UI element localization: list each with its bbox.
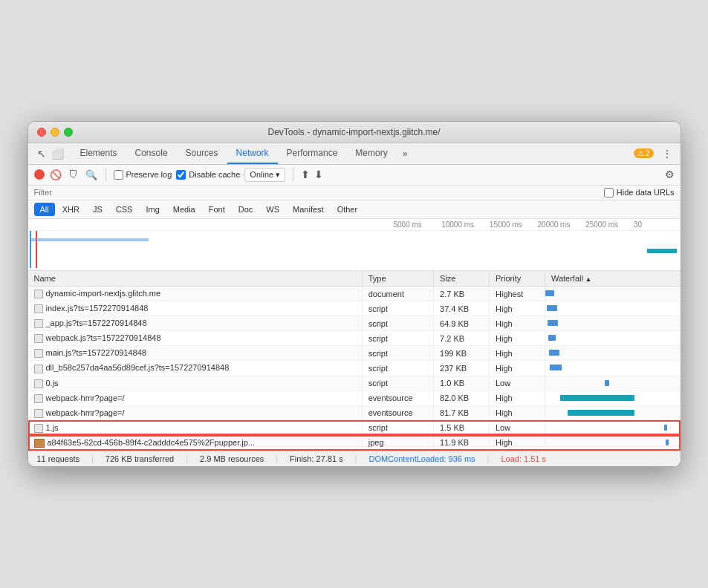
- table-row[interactable]: main.js?ts=1572270914848script199 KBHigh: [28, 346, 681, 361]
- cursor-icon[interactable]: ↖: [34, 146, 49, 161]
- table-row[interactable]: webpack-hmr?page=/eventsource82.0 KBHigh: [28, 391, 681, 405]
- minimize-button[interactable]: [51, 128, 59, 137]
- tab-sources[interactable]: Sources: [177, 143, 227, 164]
- table-row[interactable]: 1.jsscript1.5 KBLow: [28, 420, 681, 435]
- row-size: 37.4 KB: [434, 301, 490, 316]
- row-name: 1.js: [46, 423, 59, 432]
- tab-console[interactable]: Console: [126, 143, 177, 164]
- table-row[interactable]: dll_b58c257da4aa56d89cef.js?ts=157227091…: [28, 361, 681, 376]
- dom-content-loaded: DOMContentLoaded: 936 ms: [369, 454, 475, 463]
- col-header-waterfall[interactable]: Waterfall: [545, 271, 680, 287]
- type-filter-ws[interactable]: WS: [260, 203, 285, 216]
- row-waterfall: [545, 435, 680, 450]
- upload-icon[interactable]: ⬆: [301, 169, 310, 180]
- timeline-red-marker: [36, 231, 37, 268]
- table-row[interactable]: webpack.js?ts=1572270914848script7.2 KBH…: [28, 331, 681, 346]
- waterfall-bar: [547, 305, 557, 311]
- hide-data-urls-label[interactable]: Hide data URLs: [604, 188, 675, 197]
- inspect-icon[interactable]: ⬜: [51, 146, 65, 161]
- ruler-mark: 20000 ms: [536, 220, 585, 229]
- table-row[interactable]: a84f63e5-62cd-456b-89f4-c2adddc4e575%2Fp…: [28, 435, 681, 450]
- disable-cache-label[interactable]: Disable cache: [176, 170, 240, 180]
- table-row[interactable]: webpack-hmr?page=/eventsource81.7 KBHigh: [28, 405, 681, 420]
- timeline-ruler: 5000 ms10000 ms15000 ms20000 ms25000 ms3…: [28, 219, 681, 231]
- more-options-icon[interactable]: ⋮: [660, 146, 675, 161]
- warning-badge[interactable]: ⚠ 2: [634, 148, 654, 158]
- tab-performance[interactable]: Performance: [278, 143, 347, 164]
- status-bar: 11 requests | 726 KB transferred | 2.9 M…: [28, 451, 681, 466]
- file-icon: [34, 379, 43, 388]
- col-header-size[interactable]: Size: [434, 271, 490, 287]
- tab-elements[interactable]: Elements: [71, 143, 126, 164]
- tab-network[interactable]: Network: [227, 143, 278, 164]
- table-header: Name Type Size Priority Waterfall: [28, 271, 681, 287]
- type-filter-js[interactable]: JS: [87, 203, 108, 216]
- row-waterfall: [545, 361, 680, 376]
- row-waterfall: [545, 316, 680, 331]
- nav-tab-end: ⚠ 2 ⋮: [634, 146, 675, 161]
- filter-icon[interactable]: ⛉: [67, 168, 80, 181]
- col-header-type[interactable]: Type: [362, 271, 433, 287]
- row-size: 2.7 KB: [434, 286, 490, 301]
- waterfall-bar: [549, 350, 559, 356]
- row-priority: Low: [490, 376, 545, 391]
- table-row[interactable]: dynamic-import-nextjs.glitch.medocument2…: [28, 286, 681, 301]
- type-filter-doc[interactable]: Doc: [233, 203, 259, 216]
- table-row[interactable]: index.js?ts=1572270914848script37.4 KBHi…: [28, 301, 681, 316]
- row-name: main.js?ts=1572270914848: [46, 348, 146, 357]
- clear-button[interactable]: 🚫: [49, 168, 62, 181]
- row-name: webpack-hmr?page=/: [46, 408, 125, 417]
- waterfall-bar: [664, 425, 667, 431]
- row-type: script: [362, 331, 433, 346]
- maximize-button[interactable]: [64, 128, 73, 137]
- type-filter-xhr[interactable]: XHR: [56, 203, 85, 216]
- settings-icon[interactable]: ⚙: [665, 169, 675, 180]
- row-size: 11.9 KB: [434, 435, 490, 450]
- type-filter-font[interactable]: Font: [203, 203, 231, 216]
- type-filter-other[interactable]: Other: [331, 203, 364, 216]
- col-header-name[interactable]: Name: [28, 271, 363, 287]
- hide-data-urls-text: Hide data URLs: [617, 188, 675, 197]
- close-button[interactable]: [37, 128, 46, 137]
- waterfall-bar: [666, 440, 669, 445]
- col-header-priority[interactable]: Priority: [490, 271, 545, 287]
- separator-2: [293, 168, 293, 181]
- ruler-mark: 15000 ms: [488, 220, 536, 229]
- row-name: index.js?ts=1572270914848: [46, 304, 149, 313]
- file-icon: [34, 304, 43, 313]
- timeline-content: [28, 231, 681, 268]
- preserve-log-label[interactable]: Preserve log: [114, 170, 172, 180]
- row-size: 64.9 KB: [434, 316, 490, 331]
- disable-cache-text: Disable cache: [189, 170, 240, 179]
- filter-input[interactable]: [34, 188, 137, 197]
- download-icon[interactable]: ⬇: [314, 169, 323, 180]
- row-name: 0.js: [46, 379, 59, 388]
- preserve-log-checkbox[interactable]: [114, 170, 123, 180]
- image-file-icon: [34, 439, 45, 448]
- table-row[interactable]: 0.jsscript1.0 KBLow: [28, 376, 681, 391]
- search-button[interactable]: 🔍: [85, 168, 98, 181]
- row-size: 1.5 KB: [434, 420, 490, 435]
- separator-1: [105, 168, 106, 181]
- transferred-info: 726 KB transferred: [105, 454, 174, 463]
- network-toolbar: 🚫 ⛉ 🔍 Preserve log Disable cache Online …: [28, 165, 681, 186]
- disable-cache-checkbox[interactable]: [176, 170, 186, 180]
- type-filter-manifest[interactable]: Manifest: [287, 203, 330, 216]
- requests-count: 11 requests: [37, 454, 79, 463]
- tab-memory[interactable]: Memory: [346, 143, 396, 164]
- hide-data-urls-checkbox[interactable]: [604, 188, 614, 197]
- type-filter-all[interactable]: All: [34, 203, 55, 216]
- sep1: |: [91, 454, 94, 463]
- throttle-dropdown[interactable]: Online ▾: [244, 168, 285, 182]
- type-filter-img[interactable]: Img: [140, 203, 165, 216]
- row-type: script: [362, 316, 433, 331]
- row-name: dynamic-import-nextjs.glitch.me: [46, 289, 161, 298]
- type-filter-media[interactable]: Media: [167, 203, 201, 216]
- table-row[interactable]: _app.js?ts=1572270914848script64.9 KBHig…: [28, 316, 681, 331]
- timeline-blue-bar: [30, 238, 149, 241]
- more-tabs-button[interactable]: »: [397, 144, 414, 163]
- row-waterfall: [545, 346, 680, 361]
- record-button[interactable]: [34, 169, 45, 180]
- row-waterfall: [545, 301, 680, 316]
- type-filter-css[interactable]: CSS: [110, 203, 139, 216]
